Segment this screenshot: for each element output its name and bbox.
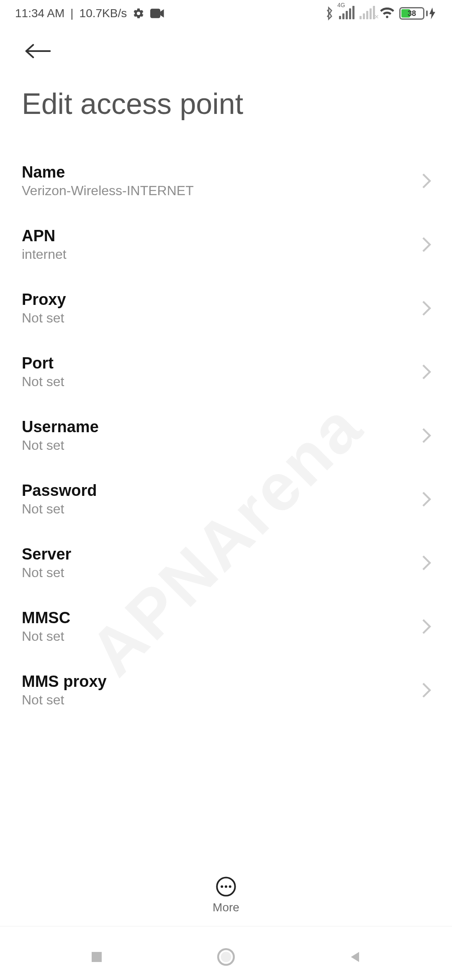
status-time: 11:34 AM [15, 7, 64, 20]
row-label: Server [22, 545, 71, 563]
divider [0, 926, 452, 926]
nav-recents-button[interactable] [89, 949, 104, 965]
row-port[interactable]: Port Not set [0, 341, 452, 405]
status-bar: 11:34 AM | 10.7KB/s 4G ✕ [0, 0, 452, 27]
row-label: Password [22, 482, 97, 500]
row-label: Port [22, 354, 64, 372]
more-button[interactable]: More [208, 872, 244, 918]
row-value: Not set [22, 310, 66, 326]
settings-icon [133, 8, 144, 19]
more-label: More [213, 901, 239, 914]
row-label: Name [22, 163, 194, 181]
row-value: Not set [22, 501, 97, 517]
row-name[interactable]: Name Verizon-Wireless-INTERNET [0, 150, 452, 214]
status-separator: | [70, 7, 73, 20]
charging-icon [429, 8, 435, 19]
row-label: APN [22, 227, 67, 245]
chevron-right-icon [421, 173, 432, 191]
svg-point-4 [225, 885, 227, 888]
bluetooth-icon [325, 6, 334, 21]
row-label: Username [22, 418, 99, 436]
chevron-right-icon [421, 491, 432, 509]
page-title: Edit access point [22, 63, 430, 133]
signal-secondary-icon: ✕ [360, 8, 375, 19]
chevron-right-icon [421, 300, 432, 318]
row-value: internet [22, 247, 67, 262]
chevron-right-icon [421, 618, 432, 637]
row-value: Not set [22, 374, 64, 389]
row-label: MMS proxy [22, 673, 107, 691]
back-button[interactable] [22, 41, 54, 63]
battery-icon: 38 [399, 7, 435, 20]
row-proxy[interactable]: Proxy Not set [0, 277, 452, 341]
row-value: Verizon-Wireless-INTERNET [22, 183, 194, 199]
svg-point-5 [229, 885, 231, 888]
battery-percent: 38 [401, 9, 423, 18]
arrow-left-icon [23, 43, 53, 59]
row-value: Not set [22, 565, 71, 580]
chevron-right-icon [421, 682, 432, 700]
chevron-right-icon [421, 554, 432, 573]
row-mmsc[interactable]: MMSC Not set [0, 596, 452, 659]
more-icon [215, 876, 237, 897]
row-password[interactable]: Password Not set [0, 468, 452, 532]
nav-back-button[interactable] [348, 949, 363, 965]
status-netspeed: 10.7KB/s [80, 7, 127, 20]
row-apn[interactable]: APN internet [0, 214, 452, 277]
svg-rect-6 [92, 952, 102, 962]
chevron-right-icon [421, 364, 432, 382]
row-value: Not set [22, 692, 107, 708]
row-username[interactable]: Username Not set [0, 405, 452, 468]
nav-home-button[interactable] [216, 946, 236, 967]
svg-rect-0 [150, 9, 160, 18]
chevron-right-icon [421, 427, 432, 446]
row-label: MMSC [22, 609, 70, 627]
settings-list: Name Verizon-Wireless-INTERNET APN inter… [0, 133, 452, 723]
row-mms-proxy[interactable]: MMS proxy Not set [0, 659, 452, 723]
wifi-icon [380, 8, 394, 19]
chevron-right-icon [421, 236, 432, 255]
signal-primary-icon: 4G [339, 8, 354, 19]
row-value: Not set [22, 438, 99, 453]
signal-tag: 4G [337, 2, 345, 8]
row-value: Not set [22, 629, 70, 644]
row-label: Proxy [22, 291, 66, 309]
svg-point-8 [221, 952, 231, 962]
system-nav-bar [0, 934, 452, 980]
row-server[interactable]: Server Not set [0, 532, 452, 596]
video-icon [150, 8, 164, 18]
svg-point-3 [221, 885, 223, 888]
